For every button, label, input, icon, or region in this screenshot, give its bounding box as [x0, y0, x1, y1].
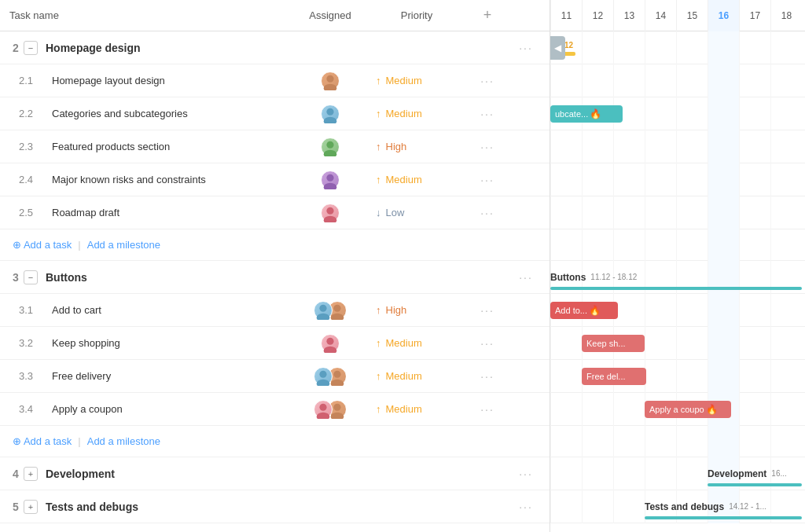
gantt-dev-bar	[708, 483, 802, 486]
add-column-header[interactable]: +	[464, 7, 511, 24]
gantt-tests-bar	[645, 516, 802, 519]
section-row-4: 4 + Development ···	[0, 457, 550, 490]
task-more[interactable]: ···	[464, 369, 511, 383]
svg-point-4	[326, 141, 333, 148]
gantt-row-2-2: ubcate... 🔥	[550, 97, 805, 130]
section-more-3[interactable]: ···	[502, 270, 550, 284]
task-priority: Low	[369, 207, 464, 218]
svg-point-11	[317, 313, 330, 319]
section-more-2[interactable]: ···	[502, 41, 550, 55]
task-assigned	[291, 334, 369, 353]
gantt-add-row-2	[550, 229, 805, 261]
svg-point-5	[324, 149, 337, 156]
assigned-header: Assigned	[291, 9, 369, 21]
expand-icon-4[interactable]: +	[24, 467, 39, 481]
table-row: 3.2 Keep shopping Medium ···	[0, 327, 550, 360]
svg-point-9	[324, 215, 337, 222]
svg-point-6	[326, 174, 333, 181]
gantt-day-17: 17	[739, 0, 770, 31]
svg-point-14	[326, 337, 333, 344]
section-name-4: Development	[46, 468, 329, 480]
gantt-row-2-5	[550, 196, 805, 229]
svg-point-16	[319, 370, 326, 377]
task-priority: High	[369, 141, 464, 152]
svg-point-7	[324, 182, 337, 189]
task-name: Categories and subcategories	[39, 108, 291, 119]
task-name-header: Task name	[9, 9, 59, 21]
gantt-row-3-4: Apply a coupo 🔥	[550, 393, 805, 426]
svg-point-22	[333, 403, 340, 410]
svg-point-15	[324, 346, 337, 352]
gantt-day-18: 18	[770, 0, 802, 31]
svg-point-13	[331, 313, 344, 319]
svg-point-18	[333, 370, 340, 377]
add-task-link-3[interactable]: ⊕ Add a task	[13, 435, 72, 447]
task-name: Homepage layout design	[39, 75, 291, 86]
task-priority: Medium	[369, 108, 464, 119]
add-milestone-link-2[interactable]: Add a milestone	[87, 239, 160, 251]
gantt-row-3-3: Free del...	[550, 360, 805, 393]
task-priority: High	[369, 304, 464, 316]
task-id: 2.2	[0, 108, 39, 119]
add-milestone-link-3[interactable]: Add a milestone	[87, 435, 160, 447]
task-priority: Medium	[369, 174, 464, 185]
gantt-row-3-2: Keep sh...	[550, 327, 805, 360]
svg-point-20	[319, 403, 326, 410]
task-assigned	[291, 204, 369, 222]
section-name-2: Homepage design	[46, 42, 329, 54]
gantt-bar-3-2: Keep sh...	[582, 335, 645, 352]
task-more[interactable]: ···	[464, 140, 511, 154]
gantt-section-2: ◀ 11.12	[550, 31, 805, 64]
section-more-4[interactable]: ···	[502, 467, 550, 481]
gantt-section-bar-3	[550, 287, 802, 290]
gantt-day-16: 16	[708, 0, 739, 31]
collapse-icon-2[interactable]: −	[24, 41, 39, 55]
gantt-section-label-3: Buttons 11.12 - 18.12	[550, 272, 637, 283]
gantt-back-btn[interactable]: ◀	[550, 36, 565, 60]
section-more-5[interactable]: ···	[502, 500, 550, 514]
task-assigned	[291, 400, 369, 419]
gantt-day-13: 13	[613, 0, 645, 31]
table-row: 2.3 Featured products section High ···	[0, 130, 550, 163]
gantt-section-4: Development 16...	[550, 457, 805, 490]
section-num-5: 5	[0, 501, 24, 513]
task-priority: Medium	[369, 337, 464, 349]
section-row-2: 2 − Homepage design ···	[0, 31, 550, 64]
svg-point-2	[326, 108, 333, 115]
task-assigned	[291, 72, 369, 90]
svg-point-12	[333, 304, 340, 311]
task-more[interactable]: ···	[464, 336, 511, 350]
table-header: Task name Assigned Priority +	[0, 0, 550, 31]
svg-point-17	[317, 379, 330, 385]
table-row: 3.4 Apply a coupon Medium ···	[0, 393, 550, 426]
task-assigned	[291, 138, 369, 156]
gantt-bar-3-3: Free del...	[582, 368, 646, 385]
task-name: Keep shopping	[39, 337, 291, 349]
gantt-section-5: Tests and debugs 14.12 - 1...	[550, 490, 805, 523]
task-more[interactable]: ···	[464, 74, 511, 88]
task-more[interactable]: ···	[464, 107, 511, 121]
section-num-4: 4	[0, 468, 24, 480]
gantt-section-label-4: Development 16...	[708, 468, 787, 479]
add-task-row-3: ⊕ Add a task | Add a milestone	[0, 426, 550, 457]
expand-icon-5[interactable]: +	[24, 500, 39, 514]
task-name: Apply a coupon	[39, 403, 291, 415]
task-more[interactable]: ···	[464, 173, 511, 187]
task-id: 2.4	[0, 174, 39, 185]
add-task-link-2[interactable]: ⊕ Add a task	[13, 239, 72, 251]
task-more[interactable]: ···	[464, 303, 511, 317]
table-row: 2.4 Major known risks and constraints Me…	[0, 163, 550, 196]
task-name: Major known risks and constraints	[39, 174, 291, 185]
task-panel: Task name Assigned Priority + 2 − Homepa…	[0, 0, 550, 532]
svg-point-21	[317, 412, 330, 418]
task-more[interactable]: ···	[464, 402, 511, 416]
task-name: Featured products section	[39, 141, 291, 152]
task-more[interactable]: ···	[464, 206, 511, 220]
svg-point-8	[326, 207, 333, 214]
task-name: Free delivery	[39, 370, 291, 382]
svg-point-19	[331, 379, 344, 385]
gantt-header: 11 12 13 14 15 16 17 18	[550, 0, 805, 31]
table-row: 2.5 Roadmap draft Low ···	[0, 196, 550, 229]
collapse-icon-3[interactable]: −	[24, 270, 39, 284]
task-priority: Medium	[369, 370, 464, 382]
